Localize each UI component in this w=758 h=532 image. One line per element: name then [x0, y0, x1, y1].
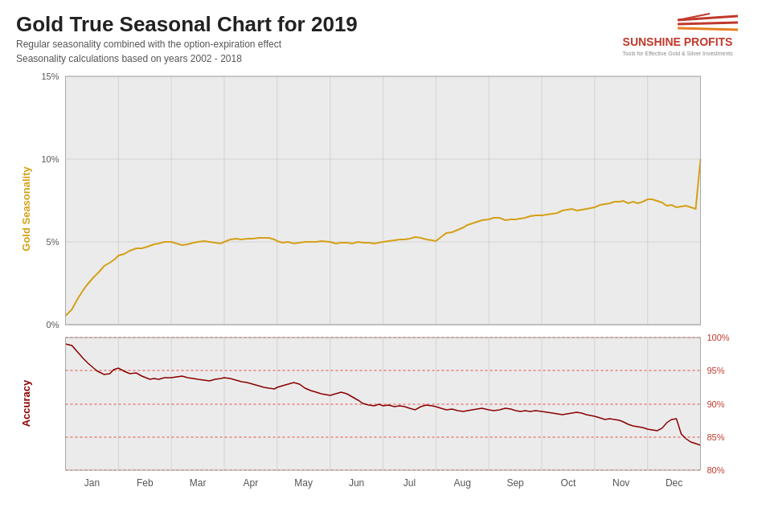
subtitle2: Seasonality calculations based on years … — [16, 51, 358, 66]
month-jul: Jul — [404, 477, 416, 489]
svg-text:SUNSHINE PROFITS: SUNSHINE PROFITS — [623, 35, 733, 48]
ylabel-15: 15% — [41, 72, 59, 81]
ylabel-5: 5% — [47, 237, 59, 247]
title-area: Gold True Seasonal Chart for 2019 Regula… — [16, 12, 358, 66]
month-aug: Aug — [454, 477, 471, 489]
chart-wrapper: 15% 10% 5% 0% Gold Seasonality Accuracy … — [16, 72, 742, 498]
month-jun: Jun — [349, 477, 364, 489]
month-jan: Jan — [84, 477, 100, 489]
main-chart-svg: 15% 10% 5% 0% Gold Seasonality Accuracy … — [16, 72, 742, 498]
month-dec: Dec — [666, 477, 682, 489]
month-oct: Oct — [561, 477, 576, 489]
chart-title: Gold True Seasonal Chart for 2019 — [16, 12, 358, 37]
svg-text:Tools for Effective Gold & Sil: Tools for Effective Gold & Silver Invest… — [622, 51, 733, 56]
acc-85-label: 85% — [707, 432, 725, 442]
svg-line-2 — [678, 28, 738, 30]
accuracy-label: Accuracy — [20, 379, 32, 427]
acc-90-label: 90% — [707, 399, 725, 409]
subtitle1: Regular seasonality combined with the op… — [16, 37, 358, 51]
month-sep: Sep — [506, 477, 524, 489]
month-nov: Nov — [613, 477, 629, 489]
logo-area: SUNSHINE PROFITS Tools for Effective Gol… — [613, 12, 742, 60]
month-feb: Feb — [137, 477, 154, 489]
month-may: May — [294, 477, 313, 489]
logo-svg: SUNSHINE PROFITS Tools for Effective Gol… — [613, 12, 742, 60]
acc-100-label: 100% — [707, 333, 730, 342]
ylabel-10: 10% — [41, 154, 59, 164]
acc-95-label: 95% — [707, 366, 725, 375]
ylabel-0: 0% — [47, 320, 59, 329]
month-apr: Apr — [244, 477, 259, 489]
svg-line-1 — [678, 23, 738, 24]
gold-seasonality-label: Gold Seasonality — [20, 166, 32, 252]
header-section: Gold True Seasonal Chart for 2019 Regula… — [16, 12, 742, 66]
month-mar: Mar — [190, 477, 207, 489]
acc-80-label: 80% — [707, 465, 725, 475]
chart-container: Gold True Seasonal Chart for 2019 Regula… — [0, 0, 758, 532]
